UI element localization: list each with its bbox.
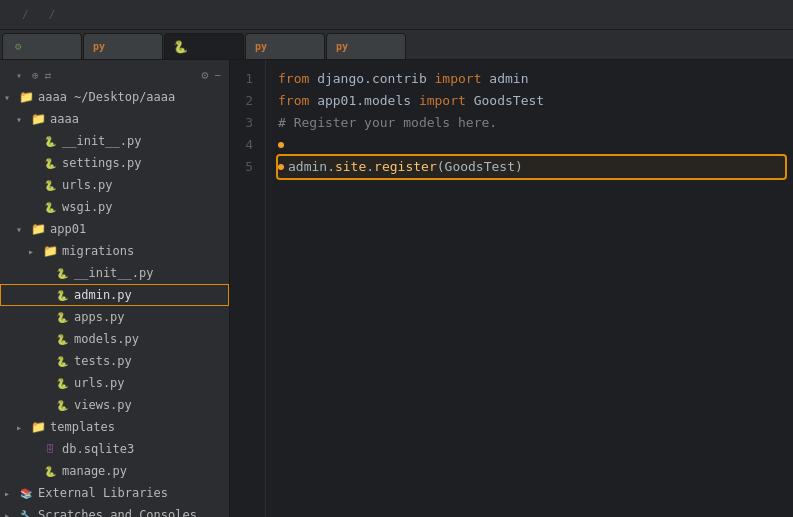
tab-admin[interactable]: 🐍 (164, 33, 244, 59)
tab-close-settings[interactable] (37, 40, 51, 54)
sidebar-gear-button[interactable]: ⚙ (201, 68, 208, 82)
top-bar: / / (0, 0, 793, 30)
code-line-1: from django.contrib import admin (278, 68, 785, 90)
python-file-icon-tests: 🐍 (54, 353, 70, 369)
sidebar-header: ▾ ⊕ ⇄ ⚙ − (0, 64, 229, 86)
python-file-icon-4: py (335, 40, 349, 54)
sidebar: ▾ ⊕ ⇄ ⚙ − 📁aaaa ~/Desktop/aaaa📁aaaa🐍__in… (0, 60, 230, 517)
tab-settings[interactable]: ⚙ (2, 33, 82, 59)
sidebar-item-aaaa-folder[interactable]: 📁aaaa (0, 108, 229, 130)
python-file-icon-admin: 🐍 (54, 287, 70, 303)
scratch-icon: 🔧 (18, 507, 34, 517)
code-line-5: admin.site.register(GoodsTest) (278, 156, 785, 178)
sidebar-item-templates[interactable]: 📁templates (0, 416, 229, 438)
sidebar-item-scratches[interactable]: 🔧Scratches and Consoles (0, 504, 229, 517)
settings-file-icon: ⚙ (11, 40, 25, 54)
code-line-3: # Register your models here. (278, 112, 785, 134)
folder-icon-templates: 📁 (30, 419, 46, 435)
main-area: ▾ ⊕ ⇄ ⚙ − 📁aaaa ~/Desktop/aaaa📁aaaa🐍__in… (0, 60, 793, 517)
sidebar-minimize-button[interactable]: − (214, 69, 221, 82)
sidebar-item-models[interactable]: 🐍models.py (0, 328, 229, 350)
code-area[interactable]: from django.contrib import adminfrom app… (266, 60, 793, 517)
tab-wsgi[interactable]: py (326, 33, 406, 59)
sidebar-item-views[interactable]: 🐍views.py (0, 394, 229, 416)
sidebar-item-db[interactable]: 🗄db.sqlite3 (0, 438, 229, 460)
line-numbers: 12345 (230, 60, 266, 517)
code-line-4 (278, 134, 785, 156)
breadcrumb-app01[interactable] (33, 13, 45, 17)
python-file-icon-manage: 🐍 (42, 463, 58, 479)
folder-icon-app01-folder: 📁 (30, 221, 46, 237)
sidebar-item-init2[interactable]: 🐍__init__.py (0, 262, 229, 284)
indent-marker-4 (278, 142, 284, 148)
sidebar-item-migrations[interactable]: 📁migrations (0, 240, 229, 262)
sidebar-item-admin[interactable]: 🐍admin.py (0, 284, 229, 306)
tab-close-app01-urls[interactable] (280, 40, 294, 54)
sidebar-item-apps[interactable]: 🐍apps.py (0, 306, 229, 328)
python-file-icon-3: py (254, 40, 268, 54)
tab-aaaa-urls[interactable]: py (83, 33, 163, 59)
sidebar-item-settings[interactable]: 🐍settings.py (0, 152, 229, 174)
sidebar-item-aaaa-root[interactable]: 📁aaaa ~/Desktop/aaaa (0, 86, 229, 108)
python-file-icon-views: 🐍 (54, 397, 70, 413)
sidebar-item-urls2[interactable]: 🐍urls.py (0, 372, 229, 394)
python-file-icon-wsgi: 🐍 (42, 199, 58, 215)
folder-icon-aaaa-folder: 📁 (30, 111, 46, 127)
python-file-icon-2: 🐍 (173, 40, 187, 54)
python-file-icon-apps: 🐍 (54, 309, 70, 325)
sidebar-item-ext-libs[interactable]: 📚External Libraries (0, 482, 229, 504)
sidebar-item-manage[interactable]: 🐍manage.py (0, 460, 229, 482)
python-file-icon-1: py (92, 40, 106, 54)
python-file-icon-init2: 🐍 (54, 265, 70, 281)
sidebar-item-urls1[interactable]: 🐍urls.py (0, 174, 229, 196)
python-file-icon-urls2: 🐍 (54, 375, 70, 391)
python-file-icon-init1: 🐍 (42, 133, 58, 149)
tab-close-wsgi[interactable] (361, 40, 375, 54)
tab-close-admin[interactable] (199, 40, 213, 54)
breadcrumb-admin-py[interactable] (59, 13, 71, 17)
sidebar-item-tests[interactable]: 🐍tests.py (0, 350, 229, 372)
python-file-icon-models: 🐍 (54, 331, 70, 347)
folder-icon-migrations: 📁 (42, 243, 58, 259)
folder-icon-aaaa-root: 📁 (18, 89, 34, 105)
sidebar-item-wsgi[interactable]: 🐍wsgi.py (0, 196, 229, 218)
python-file-icon-settings: 🐍 (42, 155, 58, 171)
tab-bar: ⚙ py 🐍 py py (0, 30, 793, 60)
code-line-2: from app01.models import GoodsTest (278, 90, 785, 112)
code-editor[interactable]: 12345 from django.contrib import adminfr… (230, 60, 793, 517)
indent-marker (278, 164, 284, 170)
tab-close-aaaa-urls[interactable] (118, 40, 132, 54)
ext-lib-icon: 📚 (18, 485, 34, 501)
tab-app01-urls[interactable]: py (245, 33, 325, 59)
sidebar-item-init1[interactable]: 🐍__init__.py (0, 130, 229, 152)
file-tree: 📁aaaa ~/Desktop/aaaa📁aaaa🐍__init__.py🐍se… (0, 86, 229, 517)
sidebar-item-app01-folder[interactable]: 📁app01 (0, 218, 229, 240)
breadcrumb-aaaa[interactable] (6, 13, 18, 17)
python-file-icon-urls1: 🐍 (42, 177, 58, 193)
db-file-icon: 🗄 (42, 441, 58, 457)
